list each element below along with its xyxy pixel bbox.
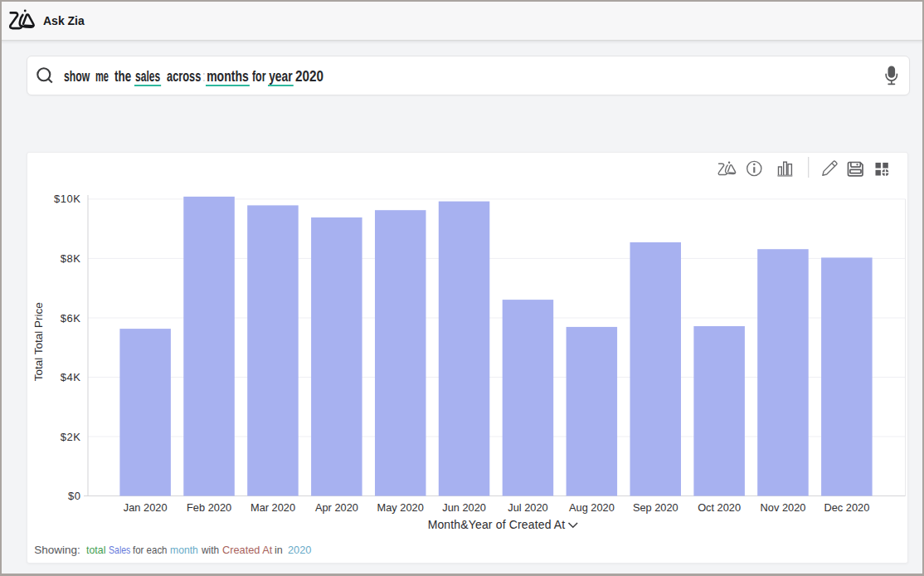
svg-text:Mar 2020: Mar 2020 [250,501,294,514]
svg-text:Total Total Price: Total Total Price [32,302,45,381]
svg-text:$2K: $2K [60,430,80,442]
svg-text:$6K: $6K [60,311,80,324]
svg-text:Nov 2020: Nov 2020 [760,501,805,514]
svg-text:Jun 2020: Jun 2020 [442,501,486,514]
svg-text:Aug 2020: Aug 2020 [569,501,615,514]
svg-text:Jul 2020: Jul 2020 [508,501,547,514]
svg-text:Month&Year of Created At: Month&Year of Created At [427,517,565,530]
svg-text:May 2020: May 2020 [377,501,423,514]
svg-text:Jan 2020: Jan 2020 [123,501,167,514]
svg-text:$8K: $8K [60,251,80,264]
svg-text:Sep 2020: Sep 2020 [632,501,678,514]
svg-text:Apr 2020: Apr 2020 [314,501,357,514]
svg-text:Dec 2020: Dec 2020 [824,501,869,514]
svg-text:Oct 2020: Oct 2020 [698,501,741,514]
svg-text:$10K: $10K [53,193,80,205]
svg-text:Feb 2020: Feb 2020 [187,501,231,514]
svg-text:$4K: $4K [60,371,80,383]
svg-text:$0: $0 [67,490,80,502]
